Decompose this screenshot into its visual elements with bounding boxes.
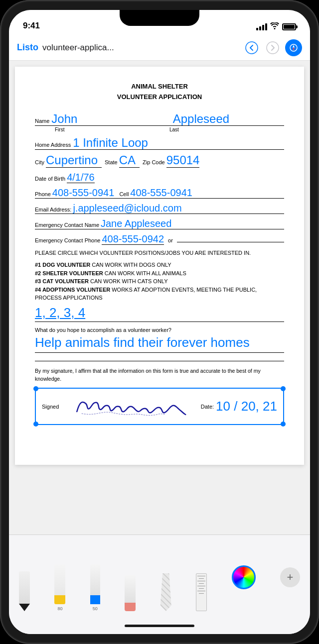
address-field: 1 Infinite Loop [73, 136, 284, 149]
emergency-name-label: Emergency Contact Name [35, 222, 99, 228]
signature-section: By my signature, I affirm that all the i… [35, 367, 284, 426]
last-name-field: Appleseed [173, 112, 284, 125]
corner-bl [33, 422, 38, 427]
name-label: Name [35, 118, 49, 124]
nav-forward-button[interactable] [264, 39, 281, 56]
cell-field: 408-555-0941 [130, 187, 192, 198]
corner-tr [281, 386, 286, 391]
ruler-marks [196, 576, 206, 594]
email-label: Email Address: [35, 207, 71, 213]
emergency-phone-alt-field [177, 242, 284, 242]
blue-pen-label: 50 [93, 606, 98, 611]
phone-row: Phone 408-555-0941 Cell 408-555-0941 [35, 187, 284, 199]
add-icon: + [287, 571, 294, 584]
selected-positions-field: 1, 2, 3, 4 [35, 305, 284, 322]
pos1-rest: CAN WORK WITH DOGS ONLY [90, 262, 171, 268]
document-scroll[interactable]: ANIMAL SHELTER VOLUNTEER APPLICATION Nam… [9, 61, 310, 535]
date-field: 10 / 20, 21 [216, 399, 277, 414]
city-field: Cupertino [46, 154, 102, 167]
add-tool-button[interactable]: + [280, 567, 300, 587]
corner-br [281, 422, 286, 427]
signature-statement: By my signature, I affirm that all the i… [35, 367, 284, 383]
signature-box: Signed Date: 10 / 20, 21 [35, 388, 284, 425]
signal-bar-1 [256, 28, 258, 30]
first-name-field: John [51, 112, 172, 125]
pencil-body [160, 573, 171, 611]
highlighter-band [54, 595, 65, 604]
email-field: j.appleseed@icloud.com [73, 203, 181, 214]
date-label: Date: [201, 404, 214, 410]
emergency-phone-row: Emergency Contact Phone 408-555-0942 or [35, 233, 284, 245]
city-state-zip-row: City Cupertino State CA Zip Code 95014 [35, 154, 284, 167]
pos2-bold: #2 SHELTER VOLUNTEER [35, 270, 103, 276]
phone-field: 408-555-0941 [52, 187, 115, 198]
document-page: ANIMAL SHELTER VOLUNTEER APPLICATION Nam… [15, 67, 304, 465]
name-row: Name John Appleseed [35, 112, 284, 126]
ruler-tool[interactable] [196, 573, 207, 611]
blue-pen-body [90, 564, 100, 595]
svg-point-0 [246, 42, 258, 54]
nav-listo-label: Listo [17, 42, 38, 53]
address-label: Home Address [35, 142, 71, 148]
nav-back-button[interactable] [243, 39, 260, 56]
document-title: ANIMAL SHELTER VOLUNTEER APPLICATION [35, 82, 284, 103]
highlighter-body-wrap [54, 564, 65, 604]
eraser-body [125, 575, 136, 603]
state-label: State [105, 159, 118, 165]
wifi-icon [270, 22, 279, 31]
signal-bar-4 [265, 23, 267, 30]
emergency-name-field: Jane Appleseed [101, 218, 171, 229]
bottom-toolbar: 80 50 [9, 535, 310, 634]
blue-pen-body-wrap [90, 564, 100, 604]
divider [35, 361, 284, 361]
pos4-bold: #4 ADOPTIONS VOLUNTEER [35, 287, 110, 293]
emergency-phone-label: Emergency Contact Phone [35, 237, 100, 243]
phone-frame: 9:41 [0, 0, 319, 644]
state-field: CA [119, 154, 140, 167]
color-picker-button[interactable] [232, 565, 256, 589]
circle-instructions: PLEASE CIRCLE WHICH VOLUNTEER POSITIONS/… [35, 249, 284, 257]
or-label: or [168, 237, 173, 243]
positions-list: #1 DOG VOLUNTEER CAN WORK WITH DOGS ONLY… [35, 261, 284, 302]
eraser-tool[interactable] [125, 575, 136, 611]
signed-label: Signed [42, 404, 59, 410]
corner-tl [33, 386, 38, 391]
emergency-phone-field: 408-555-0942 [102, 233, 164, 245]
home-bar [125, 625, 194, 627]
signature-image [63, 393, 201, 420]
pos2-rest: CAN WORK WITH ALL ANIMALS [103, 270, 186, 276]
address-row: Home Address 1 Infinite Loop [35, 136, 284, 150]
phone-screen: 9:41 [9, 10, 310, 634]
pos1-bold: #1 DOG VOLUNTEER [35, 262, 90, 268]
goal-answer-field: Help animals find their forever homes [35, 335, 284, 353]
phone-label: Phone [35, 191, 51, 197]
dob-row: Date of Birth 4/1/76 [35, 172, 284, 183]
blue-pen-tool[interactable]: 50 [90, 564, 100, 611]
pencil-tool[interactable] [160, 573, 171, 611]
nav-compass-button[interactable] [285, 39, 302, 56]
status-time: 9:41 [23, 21, 40, 31]
eraser-body-wrap [125, 575, 136, 611]
signal-bar-3 [262, 25, 264, 30]
highlighter-body [54, 564, 65, 595]
emergency-name-row: Emergency Contact Name Jane Appleseed [35, 218, 284, 229]
pen-body [19, 571, 30, 611]
goal-question: What do you hope to accomplish as a volu… [35, 327, 284, 333]
signal-bars-icon [256, 23, 267, 30]
nav-bar: Listo volunteer-applica... [9, 35, 310, 61]
cell-label: Cell [119, 191, 129, 197]
svg-marker-3 [293, 45, 295, 48]
dob-field: 4/1/76 [67, 172, 95, 183]
status-icons [256, 22, 296, 31]
battery-fill [284, 25, 295, 29]
signal-bar-2 [259, 26, 261, 30]
svg-marker-4 [293, 48, 295, 51]
tools-row: 80 50 [19, 543, 300, 611]
highlighter-tool[interactable]: 80 [54, 564, 65, 611]
highlighter-label: 80 [57, 606, 62, 611]
nav-title: volunteer-applica... [42, 43, 239, 53]
pen-tool[interactable] [19, 571, 30, 611]
blue-pen-band [90, 595, 100, 604]
zip-field: 95014 [166, 154, 200, 167]
eraser-tip [125, 603, 136, 611]
